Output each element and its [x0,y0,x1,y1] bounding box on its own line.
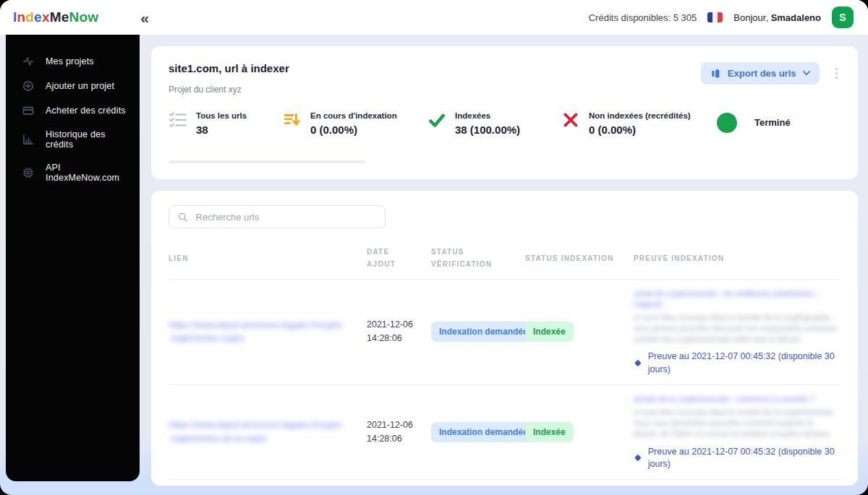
proof-body-blurred: et vous êtes nouveau dans le monde de la… [634,312,839,345]
proof-link-label: Preuve au 2021-12-07 00:45:32 (disponibl… [648,350,839,376]
sidebar-collapse-icon[interactable]: « [140,10,149,25]
export-urls-button[interactable]: Export des urls [701,62,820,85]
cross-icon [561,111,580,129]
column-header-lien: Lien [169,252,367,264]
search-icon [178,212,188,223]
chevron-down-icon [803,71,810,76]
project-heading: site1.com, url à indexer Projet du clien… [169,62,289,95]
date-line: 2021-12-06 [367,418,431,432]
plus-circle-icon [22,80,34,92]
bar-chart-icon [22,134,34,145]
indexing-queue-icon [283,111,302,129]
avatar[interactable]: S [832,7,854,28]
url-link-blurred[interactable]: Https://www.depot-annonces-legales.fr/su… [169,319,367,345]
french-flag-icon[interactable] [707,12,723,22]
proof-body-blurred: si vous êtes nouveau dans le monde de la… [634,407,839,439]
stat-total-urls: Tous les urls 38 [169,111,283,136]
stat-label: En cours d'indexation [310,111,397,121]
proof-link[interactable]: Preuve au 2021-12-07 00:45:32 (disponibl… [634,446,839,471]
proof-title-blurred: achats de la cryptomonnaie : comment s'y… [634,394,839,405]
top-bar: IndexMeNow « Crédits disponibles: 5 305 … [0,0,868,35]
project-summary-card: site1.com, url à indexer Projet du clien… [151,46,858,179]
stat-value: 0 (0.00%) [589,124,691,136]
topbar-right: Crédits disponibles: 5 305 Bonjour, Smad… [589,7,854,28]
proof-cell: achat de cryptomonnaie : les meilleures … [634,285,841,379]
search-box[interactable] [169,205,386,228]
column-header-status-indexation: Status indexation [525,252,634,264]
status-label: Terminé [754,117,791,129]
stats-row: Tous les urls 38 En cours d'indexation 0… [169,111,841,136]
proof-title-blurred: achat de cryptomonnaie : les meilleures … [634,288,839,310]
project-subtitle: Projet du client xyz [169,85,289,95]
sidebar-item-label: API IndexMeNow.com [46,163,132,183]
sidebar-item-ajouter-projet[interactable]: Ajouter un projet [6,74,140,98]
table-row: Https://www.depot-annonces-legales.fr/su… [169,280,841,385]
user-greeting: Bonjour, Smadaleno [733,12,821,23]
date-cell: 2021-12-06 14:28:06 [367,318,431,346]
stat-indexees: Indexées 38 (100.00%) [427,111,561,136]
time-line: 14:28:06 [367,432,431,446]
check-icon [427,111,446,129]
date-cell: 2021-12-06 14:28:06 [367,418,431,447]
sidebar-item-label: Ajouter un projet [46,81,114,91]
proof-link[interactable]: Preuve au 2021-12-07 00:45:32 (disponibl… [634,350,839,376]
sidebar-item-mes-projets[interactable]: Mes projets [6,49,140,74]
status-complete-circle-icon [717,113,737,133]
page-title: site1.com, url à indexer [169,62,289,74]
sidebar-item-label: Mes projets [46,56,94,66]
status-indexation-badge: Indexée [525,322,574,342]
sidebar: Mes projets Ajouter un projet Acheter de… [6,35,140,481]
column-header-preuve-indexation: Preuve indexation [634,252,841,264]
sidebar-item-historique-credits[interactable]: Historique des crédits [6,123,140,156]
stat-value: 38 [196,124,247,136]
more-options-button[interactable] [833,65,841,82]
stat-value: 38 (100.00%) [455,124,520,136]
stat-non-indexees: Non indexées (recrédités) 0 (0.00%) [561,111,717,136]
sidebar-item-label: Historique des crédits [46,129,132,150]
proof-link-label: Preuve au 2021-12-07 00:45:32 (disponibl… [648,446,839,471]
proof-tag-icon [634,453,642,462]
table-header: Lien Date ajout Status vérification Stat… [169,246,841,280]
stat-label: Tous les urls [196,111,247,121]
app-window: IndexMeNow « Crédits disponibles: 5 305 … [0,0,868,495]
proof-tag-icon [634,358,642,368]
logo: IndexMeNow [13,9,98,25]
table-row: Https://www.depot-annonces-legales.fr/su… [169,480,841,486]
status-indexation-badge: Indexée [525,422,574,442]
stat-label: Non indexées (recrédités) [589,111,691,121]
progress-track [169,160,365,163]
search-input[interactable] [195,211,376,223]
sidebar-item-acheter-credits[interactable]: Acheter des crédits [6,98,140,123]
export-icon [710,68,721,79]
credits-available: Crédits disponibles: 5 305 [589,12,697,23]
stat-termine: Terminé [717,111,791,136]
username: Smadaleno [771,12,821,23]
column-header-status-verification: Status vérification [431,246,525,270]
status-verification-badge: Indexation demandée [431,322,536,342]
main-content: site1.com, url à indexer Projet du clien… [151,35,858,486]
date-line: 2021-12-06 [367,318,431,332]
greeting-text: Bonjour, [733,12,768,23]
column-header-date-ajout: Date ajout [367,246,431,270]
checklist-icon [169,111,187,129]
status-verification-badge: Indexation demandée [431,422,536,442]
url-link-blurred[interactable]: Https://www.depot-annonces-legales.fr/su… [169,418,367,445]
export-button-label: Export des urls [728,68,796,79]
proof-cell: achats de la cryptomonnaie : comment s'y… [634,391,841,473]
stat-en-cours: En cours d'indexation 0 (0.00%) [283,111,427,136]
stat-value: 0 (0.00%) [310,124,397,136]
time-line: 14:28:06 [367,332,431,345]
cpu-icon [22,167,34,178]
sidebar-item-api[interactable]: API IndexMeNow.com [6,156,140,189]
table-row: Https://www.depot-annonces-legales.fr/su… [169,385,841,480]
stat-label: Indexées [455,111,520,121]
sidebar-item-label: Acheter des crédits [46,106,126,116]
credit-card-icon [22,105,34,116]
activity-icon [22,56,34,67]
urls-table-card: Lien Date ajout Status vérification Stat… [151,191,858,486]
